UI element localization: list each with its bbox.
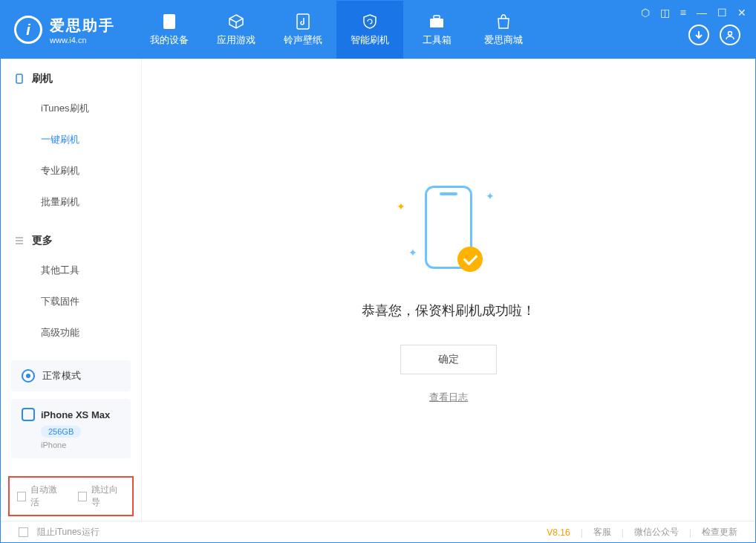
nav-label: 工具箱: [423, 33, 452, 47]
mode-label: 正常模式: [42, 369, 81, 383]
sparkle-icon: ✦: [408, 247, 417, 259]
sidebar-item-pro-flash[interactable]: 专业刷机: [1, 155, 141, 186]
top-nav: 我的设备 应用游戏 铃声壁纸 智能刷机 工具箱 爱思商城: [136, 1, 537, 59]
list-icon: [14, 235, 25, 246]
success-illustration: ✦ ✦ ✦: [374, 175, 523, 279]
device-capacity: 256GB: [41, 426, 81, 438]
header: i 爱思助手 www.i4.cn 我的设备 应用游戏 铃声壁纸 智能刷机 工具箱: [1, 1, 755, 59]
checkbox-label: 自动激活: [30, 484, 64, 509]
device-name: iPhone XS Max: [41, 409, 110, 420]
device-card[interactable]: iPhone XS Max 256GB iPhone: [11, 399, 131, 458]
nav-ringtones[interactable]: 铃声壁纸: [270, 1, 336, 59]
main-content: ✦ ✦ ✦ 恭喜您，保资料刷机成功啦！ 确定 查看日志: [142, 59, 755, 521]
toolbox-icon: [428, 13, 446, 30]
sidebar-section-title: 刷机: [32, 72, 53, 85]
close-icon[interactable]: ✕: [737, 7, 746, 19]
music-file-icon: [294, 13, 312, 30]
cube-icon: [227, 13, 245, 30]
nav-apps[interactable]: 应用游戏: [203, 1, 270, 59]
checkbox-skip-wizard[interactable]: 跳过向导: [78, 484, 126, 509]
checkbox-icon: [19, 527, 28, 537]
sidebar-section-title: 更多: [32, 234, 53, 247]
phone-icon: [160, 13, 178, 30]
nav-label: 智能刷机: [351, 33, 389, 47]
svg-point-4: [729, 32, 732, 36]
checkbox-block-itunes[interactable]: 阻止iTunes运行: [19, 526, 100, 539]
shirt-icon[interactable]: ⬡: [641, 7, 650, 19]
sidebar-item-advanced[interactable]: 高级功能: [1, 317, 141, 348]
download-button[interactable]: [688, 25, 709, 45]
user-button[interactable]: [720, 25, 740, 45]
checkbox-icon: [17, 492, 26, 501]
svg-rect-3: [434, 16, 440, 19]
nav-store[interactable]: 爱思商城: [470, 1, 537, 59]
separator: |: [622, 527, 624, 538]
logo-title: 爱思助手: [50, 16, 115, 36]
svg-rect-5: [16, 74, 22, 83]
version-label: V8.16: [547, 527, 570, 538]
nav-label: 铃声壁纸: [284, 33, 322, 47]
phone-outline-icon: [14, 74, 25, 84]
logo[interactable]: i 爱思助手 www.i4.cn: [1, 16, 128, 45]
device-type: iPhone: [41, 440, 120, 449]
bag-icon: [495, 13, 512, 30]
svg-rect-0: [163, 14, 175, 29]
success-message: 恭喜您，保资料刷机成功啦！: [362, 302, 535, 319]
cube-small-icon[interactable]: ◫: [660, 7, 670, 19]
check-badge-icon: [457, 247, 483, 272]
footer: 阻止iTunes运行 V8.16 | 客服 | 微信公众号 | 检查更新: [1, 521, 755, 543]
footer-link-wechat[interactable]: 微信公众号: [634, 526, 679, 539]
sparkle-icon: ✦: [397, 201, 405, 212]
nav-label: 应用游戏: [217, 33, 255, 47]
minimize-icon[interactable]: —: [697, 7, 707, 19]
sparkle-icon: ✦: [486, 190, 495, 202]
nav-label: 我的设备: [150, 33, 189, 47]
sidebar-item-batch-flash[interactable]: 批量刷机: [1, 186, 141, 218]
footer-link-support[interactable]: 客服: [593, 526, 611, 539]
footer-link-update[interactable]: 检查更新: [702, 526, 737, 539]
sidebar-item-other-tools[interactable]: 其他工具: [1, 255, 141, 286]
nav-my-device[interactable]: 我的设备: [136, 1, 203, 59]
logo-icon: i: [14, 16, 42, 44]
sidebar-options-highlight: 自动激活 跳过向导: [8, 476, 134, 516]
separator: |: [689, 527, 691, 538]
svg-rect-1: [297, 14, 309, 29]
logo-url: www.i4.cn: [50, 36, 115, 45]
sidebar-section-more: 更多: [1, 234, 141, 255]
maximize-icon[interactable]: ☐: [717, 7, 727, 19]
nav-label: 爱思商城: [484, 33, 523, 47]
checkbox-auto-activate[interactable]: 自动激活: [17, 484, 65, 509]
nav-toolbox[interactable]: 工具箱: [403, 1, 470, 59]
sidebar-item-download-firmware[interactable]: 下载固件: [1, 286, 141, 317]
view-log-link[interactable]: 查看日志: [429, 391, 468, 404]
svg-rect-2: [430, 19, 443, 27]
sidebar-item-onekey-flash[interactable]: 一键刷机: [1, 124, 141, 155]
checkbox-label: 阻止iTunes运行: [37, 526, 100, 539]
mode-card[interactable]: 正常模式: [11, 360, 131, 391]
checkbox-label: 跳过向导: [91, 484, 125, 509]
device-icon: [22, 408, 35, 421]
mode-icon: [22, 369, 35, 383]
ok-button[interactable]: 确定: [400, 345, 497, 374]
sidebar-item-itunes-flash[interactable]: iTunes刷机: [1, 93, 141, 124]
sidebar-section-flash: 刷机: [1, 72, 141, 93]
nav-flash[interactable]: 智能刷机: [336, 1, 403, 59]
window-controls: ⬡ ◫ ≡ — ☐ ✕: [641, 7, 746, 19]
checkbox-icon: [78, 492, 87, 501]
menu-icon[interactable]: ≡: [680, 7, 686, 19]
sidebar: 刷机 iTunes刷机 一键刷机 专业刷机 批量刷机 更多 其他工具 下载固件 …: [1, 59, 142, 521]
header-right-actions: [688, 25, 740, 45]
shield-refresh-icon: [361, 13, 379, 30]
separator: |: [581, 527, 583, 538]
